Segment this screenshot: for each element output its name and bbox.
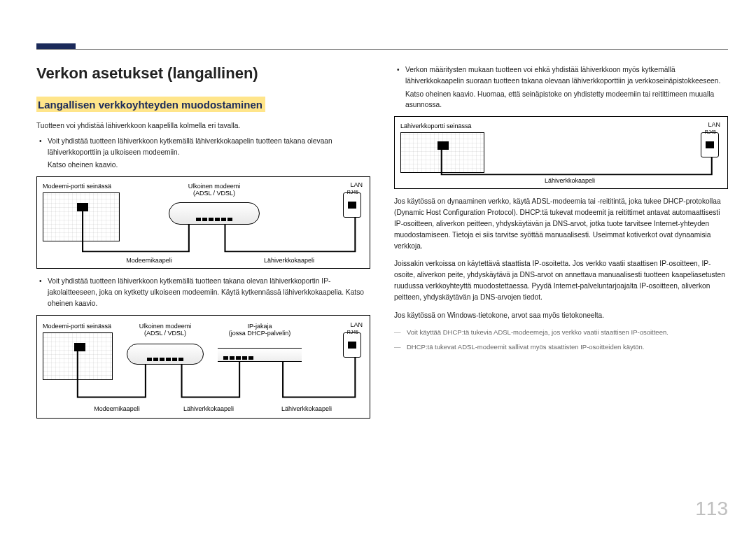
rj45-plug-icon bbox=[348, 342, 356, 349]
router-icon bbox=[218, 348, 302, 362]
rj45-label: RJ45 bbox=[705, 129, 716, 134]
dash-note-item: DHCP:tä tukevat ADSL-modeemit sallivat m… bbox=[394, 342, 728, 352]
lan-label: LAN bbox=[708, 121, 720, 128]
body-paragraph: Jos käytössä on dynaaminen verkko, käytä… bbox=[394, 196, 728, 251]
router-label: IP-jakaja (jossa DHCP-palvelin) bbox=[218, 323, 302, 337]
dash-note-item: Voit käyttää DHCP:tä tukevia ADSL-modeem… bbox=[394, 328, 728, 337]
wall-label: Modeemi-portti seinässä bbox=[43, 323, 111, 330]
diagram-1: Modeemi-portti seinässä Ulkoinen modeemi… bbox=[36, 176, 370, 269]
list-item: Voit yhdistää tuotteen lähiverkkoon kytk… bbox=[48, 136, 370, 171]
diagram-2: Modeemi-portti seinässä Ulkoinen modeemi… bbox=[36, 315, 370, 419]
list-item: Voit yhdistää tuotteen lähiverkkoon kytk… bbox=[48, 276, 370, 309]
left-column: Verkon asetukset (langallinen) Langallis… bbox=[36, 64, 370, 426]
bullet-subtext: Katso oheinen kaavio. Huomaa, että seinä… bbox=[405, 89, 728, 111]
list-item: Verkon määritysten mukaan tuotteen voi e… bbox=[405, 64, 728, 111]
wall-panel bbox=[400, 132, 484, 173]
wall-label: Modeemi-portti seinässä bbox=[43, 183, 111, 190]
bullet-list-right: Verkon määritysten mukaan tuotteen voi e… bbox=[394, 64, 728, 111]
modem-label-bottom: (ADSL / VDSL) bbox=[193, 190, 235, 197]
rj45-label: RJ45 bbox=[347, 190, 358, 195]
header-accent bbox=[36, 43, 76, 49]
body-paragraph: Joissakin verkoissa on käytettävä staatt… bbox=[394, 258, 728, 302]
modem-label-bottom: (ADSL / VDSL) bbox=[144, 330, 186, 337]
cable-label-2: Lähiverkkokaapeli bbox=[170, 405, 247, 412]
wall-port-icon bbox=[77, 203, 88, 211]
body-paragraph: Jos käytössä on Windows-tietokone, arvot… bbox=[394, 310, 728, 321]
wall-panel bbox=[43, 332, 113, 380]
lan-jack-icon bbox=[343, 332, 361, 358]
rj45-plug-icon bbox=[348, 202, 356, 209]
dash-notes: Voit käyttää DHCP:tä tukevia ADSL-modeem… bbox=[394, 328, 728, 352]
bullet-text: Voit yhdistää tuotteen lähiverkkoon kytk… bbox=[48, 137, 332, 156]
router-ports-icon bbox=[223, 356, 253, 360]
modem-label-top: Ulkoinen modeemi bbox=[139, 323, 192, 330]
modem-ports-icon bbox=[147, 358, 183, 361]
modem-icon bbox=[169, 202, 260, 225]
wall-label: Lähiverkkoportti seinässä bbox=[400, 122, 472, 129]
cable-label-2: Lähiverkkokaapeli bbox=[247, 257, 331, 264]
page-title: Verkon asetukset (langallinen) bbox=[36, 64, 370, 83]
lan-label: LAN bbox=[350, 181, 363, 188]
rj45-label: RJ45 bbox=[347, 330, 358, 335]
bullet-list-left-2: Voit yhdistää tuotteen lähiverkkoon kytk… bbox=[36, 276, 370, 309]
intro-text: Tuotteen voi yhdistää lähiverkkoon kaape… bbox=[36, 120, 370, 132]
cable-label-1: Modeemikaapeli bbox=[114, 257, 184, 264]
modem-label: Ulkoinen modeemi (ADSL / VDSL) bbox=[127, 323, 204, 337]
header-rule bbox=[36, 49, 728, 50]
cable-label-1: Modeemikaapeli bbox=[82, 405, 152, 412]
diagram-3: Lähiverkkoportti seinässä LAN RJ45 Lähiv… bbox=[394, 116, 728, 189]
bullet-text: Voit yhdistää tuotteen lähiverkkoon kytk… bbox=[48, 277, 364, 307]
section-heading: Langallisen verkkoyhteyden muodostaminen bbox=[36, 97, 265, 112]
router-label-top: IP-jakaja bbox=[247, 323, 272, 330]
wall-port-icon bbox=[74, 343, 85, 351]
router-label-bottom: (jossa DHCP-palvelin) bbox=[229, 330, 291, 337]
bullet-subtext: Katso oheinen kaavio. bbox=[48, 160, 370, 171]
page-number: 113 bbox=[695, 498, 728, 520]
bullet-text: Verkon määritysten mukaan tuotteen voi e… bbox=[405, 66, 720, 85]
lan-jack-icon bbox=[701, 132, 719, 157]
modem-label-top: Ulkoinen modeemi bbox=[188, 183, 241, 190]
cable-label-1: Lähiverkkokaapeli bbox=[521, 177, 619, 184]
modem-ports-icon bbox=[196, 218, 232, 221]
cable-label-3: Lähiverkkokaapeli bbox=[268, 405, 345, 412]
modem-icon bbox=[127, 344, 204, 365]
content-area: Verkon asetukset (langallinen) Langallis… bbox=[36, 64, 728, 426]
wall-port-icon bbox=[438, 141, 449, 150]
right-column: Verkon määritysten mukaan tuotteen voi e… bbox=[394, 64, 728, 426]
lan-jack-icon bbox=[343, 192, 361, 218]
rj45-plug-icon bbox=[706, 141, 714, 148]
lan-label: LAN bbox=[350, 321, 363, 328]
modem-label: Ulkoinen modeemi (ADSL / VDSL) bbox=[169, 183, 260, 197]
bullet-list-left-1: Voit yhdistää tuotteen lähiverkkoon kytk… bbox=[36, 136, 370, 171]
wall-panel bbox=[43, 192, 120, 241]
